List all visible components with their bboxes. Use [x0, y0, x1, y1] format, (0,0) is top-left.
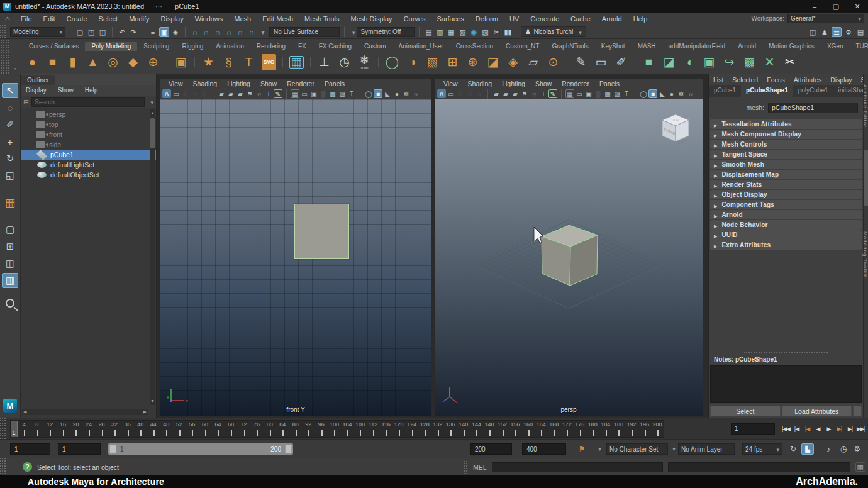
dimmed-icon-3[interactable]: ◌ — [475, 89, 484, 98]
snap-view-plane-icon[interactable]: ∩ — [235, 27, 245, 37]
poly-cube-icon[interactable]: ■ — [43, 53, 62, 72]
menu-item[interactable]: Lighting — [497, 80, 530, 87]
boolean-difference-icon[interactable]: ◪ — [659, 53, 679, 72]
shelf-tab[interactable]: Rigging — [175, 42, 209, 51]
menu-item[interactable]: Arnold — [596, 15, 628, 23]
svg-tool-icon[interactable]: SVG — [259, 53, 279, 72]
attribute-section-header[interactable]: Mesh Controls — [710, 140, 862, 149]
step-forward-key-button[interactable]: ▶| — [835, 424, 844, 434]
shelf-tab[interactable]: XGen — [821, 42, 850, 51]
redo-icon[interactable]: ↷ — [128, 27, 138, 37]
timeline-tick[interactable]: 40 — [134, 421, 147, 437]
use-all-lights-icon[interactable]: ● — [667, 89, 676, 98]
snap-to-center-icon[interactable]: ⊥ — [314, 53, 334, 72]
chevron-down-icon[interactable] — [594, 443, 603, 455]
camera-icon[interactable]: ▰ — [492, 89, 501, 98]
grip-handle[interactable] — [0, 418, 6, 439]
timeline-tick[interactable]: 196 — [638, 421, 651, 437]
front-viewport-canvas[interactable]: x y front Y — [160, 99, 431, 416]
menu-item[interactable]: Modify — [123, 15, 155, 23]
attribute-editor-tab[interactable]: polyCube1 — [793, 85, 833, 97]
type-tool-icon[interactable]: T — [239, 53, 259, 72]
rotate-tool[interactable]: ↻ — [2, 151, 18, 166]
current-time-marker[interactable]: 1 — [11, 421, 18, 437]
dimmed-icon-1[interactable]: ◌ — [456, 89, 465, 98]
camera-attributes-icon[interactable]: ▰ — [501, 89, 510, 98]
menu-item[interactable]: Panels — [594, 80, 625, 87]
outliner-tab[interactable]: Outliner — [21, 75, 55, 85]
frame-icon[interactable]: ▱ — [523, 53, 543, 72]
shadows-icon[interactable]: ❄ — [402, 89, 411, 98]
undo-icon[interactable]: ↶ — [117, 27, 127, 37]
menu-item[interactable]: Renderer — [557, 80, 594, 87]
menu-item[interactable]: Generate — [525, 15, 565, 23]
dimmed-icon-1[interactable]: ◌ — [181, 89, 190, 98]
poly-sphere-icon[interactable]: ● — [23, 53, 42, 72]
timeline-tick[interactable]: 164 — [535, 421, 548, 437]
playback-start-field[interactable]: 1 — [58, 443, 101, 455]
pcube1-front-view[interactable] — [294, 204, 349, 259]
menu-item[interactable]: View — [164, 80, 188, 87]
platonic-solid-icon[interactable]: ▣ — [171, 53, 191, 72]
outliner-item-defaultobjectset[interactable]: defaultObjectSet — [21, 170, 156, 180]
dimmed-icon-3[interactable]: ◌ — [200, 89, 209, 98]
snap-grid-icon[interactable]: ∩ — [190, 27, 200, 37]
menu-item[interactable]: Mesh Display — [345, 15, 398, 23]
pcube1-persp-view[interactable] — [542, 225, 598, 286]
boolean-intersection-icon[interactable]: ◖ — [679, 53, 699, 72]
wireframe-icon[interactable]: ◯ — [364, 89, 373, 98]
grease-pencil-icon[interactable]: ✎ — [274, 89, 282, 98]
menu-item[interactable]: Focus — [762, 76, 789, 84]
character-set-dropdown[interactable]: No Character Set — [606, 443, 668, 455]
scroll-up-arrow[interactable]: ▲ — [150, 109, 155, 117]
channel-box-toggle-icon[interactable]: ▤ — [855, 27, 865, 37]
occlusion-icon[interactable]: ☼ — [686, 89, 695, 98]
flip-icon[interactable]: ◪ — [483, 53, 503, 72]
chevron-down-icon[interactable] — [349, 28, 355, 36]
timeline-tick[interactable]: 132 — [431, 421, 445, 437]
scroll-right-arrow[interactable]: ▶ — [143, 409, 147, 414]
menu-item[interactable]: Surfaces — [431, 15, 469, 23]
shelf-collapse-button[interactable]: – — [13, 42, 16, 48]
timeline-tick[interactable]: 32 — [108, 421, 121, 437]
timeline-tick[interactable]: 180 — [586, 421, 599, 437]
playback-end-field[interactable]: 200 — [470, 443, 512, 455]
outliner-item-pcube1[interactable]: pCube1 — [21, 150, 156, 160]
shelf-tab[interactable]: FX Caching — [313, 42, 358, 51]
timeline-tick[interactable]: 48 — [160, 421, 173, 437]
select-hierarchy-icon[interactable]: ≡ — [148, 27, 158, 37]
field-chart-icon[interactable]: ▩ — [328, 89, 337, 98]
timeline-tick[interactable]: 80 — [263, 421, 276, 437]
minimize-button[interactable]: – — [804, 0, 825, 13]
dimmed-icon-2[interactable]: ◌ — [465, 89, 474, 98]
grease-pencil-icon[interactable]: ✎ — [548, 89, 557, 98]
timeline-tick[interactable]: 64 — [211, 421, 225, 437]
camera-bookmark-icon[interactable]: ▰ — [236, 89, 245, 98]
attribute-section-header[interactable]: Arnold — [710, 210, 862, 219]
menu-item[interactable]: Mesh — [228, 15, 257, 23]
attribute-editor-tab[interactable]: pCube1 — [709, 85, 741, 97]
zoom-tool-icon[interactable] — [6, 299, 14, 308]
frame-all-icon[interactable]: ▭ — [447, 89, 455, 98]
camera-attributes-icon[interactable]: ▰ — [226, 89, 235, 98]
camera-bookmark-icon[interactable]: ▰ — [511, 89, 520, 98]
shelf-tab[interactable]: Custom_NT — [499, 42, 545, 51]
loop-playback-icon[interactable]: ↻ — [787, 443, 799, 455]
last-tool-button[interactable]: ▦ — [2, 195, 18, 210]
poly-plane-icon[interactable]: ◆ — [123, 53, 143, 72]
shelf-tab[interactable]: CrossSection — [450, 42, 499, 51]
step-back-key-button[interactable]: |◀ — [803, 424, 812, 434]
attribute-section-header[interactable]: Render Stats — [710, 180, 862, 189]
select-button[interactable]: Select — [710, 406, 781, 416]
menu-item[interactable]: Edit — [38, 15, 61, 23]
menu-item[interactable]: Windows — [189, 15, 229, 23]
timeline-tick[interactable]: 76 — [250, 421, 264, 437]
timeline-tick[interactable]: 4 — [18, 421, 31, 437]
menu-item[interactable]: Display — [155, 15, 189, 23]
shadows-icon[interactable]: ❄ — [677, 89, 686, 98]
playback-speed-icon[interactable]: ◷ — [838, 443, 849, 455]
resolution-gate-icon[interactable]: ▣ — [309, 89, 318, 98]
menu-item[interactable]: Show — [255, 80, 282, 87]
wireframe-icon[interactable]: ◯ — [639, 89, 648, 98]
outliner-horizontal-scrollbar[interactable]: ◀ ▶ — [22, 409, 148, 415]
